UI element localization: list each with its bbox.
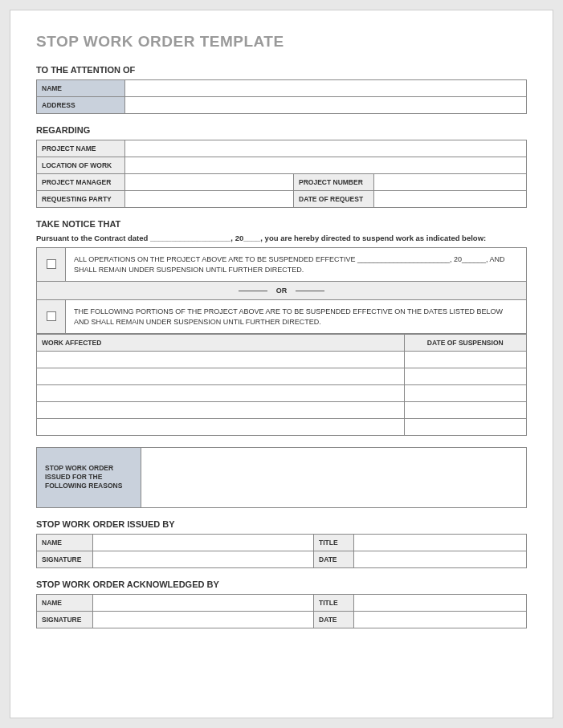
pursuant-text: Pursuant to the Contract dated _________…	[36, 234, 527, 242]
issued-date-field[interactable]	[354, 551, 527, 567]
regarding-heading: REGARDING	[36, 125, 527, 135]
attention-table: NAME ADDRESS	[36, 79, 527, 114]
requesting-party-field[interactable]	[125, 191, 294, 208]
issued-date-label: DATE	[314, 551, 354, 567]
option1-checkbox-cell	[37, 248, 66, 282]
ack-name-field[interactable]	[93, 594, 314, 611]
address-field[interactable]	[125, 97, 527, 114]
attention-heading: TO THE ATTENTION OF	[36, 65, 527, 75]
date-request-field[interactable]	[374, 191, 527, 208]
option1-text: ALL OPERATIONS ON THE PROJECT ABOVE ARE …	[66, 248, 527, 282]
reasons-table: STOP WORK ORDER ISSUED FOR THE FOLLOWING…	[36, 447, 527, 507]
project-name-label: PROJECT NAME	[37, 140, 125, 157]
ack-by-table: NAME TITLE SIGNATURE DATE	[36, 594, 527, 628]
work-row[interactable]	[37, 402, 405, 419]
issued-by-heading: STOP WORK ORDER ISSUED BY	[36, 519, 527, 529]
date-row[interactable]	[404, 352, 527, 368]
work-affected-header: WORK AFFECTED	[37, 335, 405, 352]
dash-right-icon	[296, 291, 324, 291]
requesting-party-label: REQUESTING PARTY	[37, 191, 125, 208]
project-number-field[interactable]	[374, 174, 527, 191]
location-field[interactable]	[125, 157, 527, 174]
issued-by-table: NAME TITLE SIGNATURE DATE	[36, 534, 527, 568]
notice-heading: TAKE NOTICE THAT	[36, 219, 527, 229]
ack-signature-label: SIGNATURE	[37, 611, 93, 628]
option2-checkbox[interactable]	[47, 311, 56, 321]
reasons-label: STOP WORK ORDER ISSUED FOR THE FOLLOWING…	[37, 448, 141, 507]
document-sheet: STOP WORK ORDER TEMPLATE TO THE ATTENTIO…	[10, 10, 553, 718]
option2-checkbox-cell	[37, 300, 66, 334]
date-row[interactable]	[404, 385, 527, 402]
date-row[interactable]	[404, 368, 527, 385]
dash-left-icon	[239, 291, 267, 291]
issued-signature-label: SIGNATURE	[37, 551, 93, 567]
option1-checkbox[interactable]	[47, 259, 56, 269]
work-row[interactable]	[37, 368, 405, 385]
or-label: OR	[276, 287, 288, 295]
ack-signature-field[interactable]	[93, 611, 314, 628]
reasons-field[interactable]	[141, 448, 527, 507]
ack-name-label: NAME	[37, 594, 93, 611]
project-number-label: PROJECT NUMBER	[294, 174, 374, 191]
date-request-label: DATE OF REQUEST	[294, 191, 374, 208]
work-affected-table: WORK AFFECTED DATE OF SUSPENSION	[36, 334, 527, 436]
project-name-field[interactable]	[125, 140, 527, 157]
date-row[interactable]	[404, 419, 527, 436]
project-manager-field[interactable]	[125, 174, 294, 191]
date-suspension-header: DATE OF SUSPENSION	[404, 335, 527, 352]
work-row[interactable]	[37, 385, 405, 402]
issued-title-field[interactable]	[354, 534, 527, 551]
project-manager-label: PROJECT MANAGER	[37, 174, 125, 191]
name-field[interactable]	[125, 80, 527, 97]
ack-date-label: DATE	[314, 611, 354, 628]
address-label: ADDRESS	[37, 97, 125, 114]
page-title: STOP WORK ORDER TEMPLATE	[36, 33, 527, 51]
regarding-table: PROJECT NAME LOCATION OF WORK PROJECT MA…	[36, 140, 527, 208]
ack-title-label: TITLE	[314, 594, 354, 611]
ack-date-field[interactable]	[354, 611, 527, 628]
issued-signature-field[interactable]	[93, 551, 314, 567]
or-separator: OR	[37, 282, 527, 300]
date-row[interactable]	[404, 402, 527, 419]
location-label: LOCATION OF WORK	[37, 157, 125, 174]
issued-title-label: TITLE	[314, 534, 354, 551]
work-row[interactable]	[37, 419, 405, 436]
notice-options-table: ALL OPERATIONS ON THE PROJECT ABOVE ARE …	[36, 247, 527, 334]
ack-title-field[interactable]	[354, 594, 527, 611]
work-row[interactable]	[37, 352, 405, 368]
issued-name-field[interactable]	[93, 534, 314, 551]
issued-name-label: NAME	[37, 534, 93, 551]
option2-text: THE FOLLOWING PORTIONS OF THE PROJECT AB…	[66, 300, 527, 334]
page-container: STOP WORK ORDER TEMPLATE TO THE ATTENTIO…	[0, 0, 563, 728]
name-label: NAME	[37, 80, 125, 97]
ack-by-heading: STOP WORK ORDER ACKNOWLEDGED BY	[36, 580, 527, 589]
